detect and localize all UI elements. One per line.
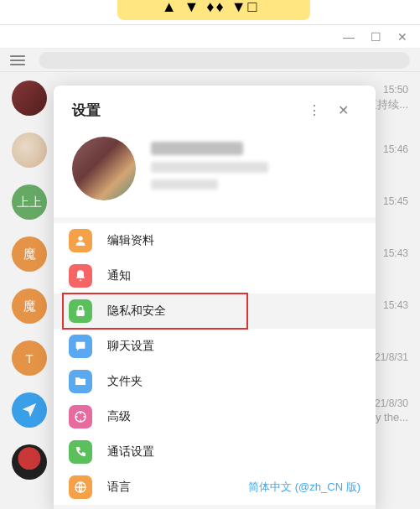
minimize-button[interactable]: — <box>343 30 355 44</box>
profile-avatar <box>72 137 136 200</box>
settings-menu-list: 编辑资料 通知 隐私和安全 聊天设置 文件夹 高级 通话设置 语言 简体中文 (… <box>54 223 376 509</box>
settings-panel: 设置 ⋮ ✕ 编辑资料 通知 隐私和安全 聊天设置 文 <box>54 86 376 509</box>
menu-label: 隐私和安全 <box>107 304 360 319</box>
menu-value: 简体中文 (@zh_CN 版) <box>248 480 360 495</box>
menu-item-phone[interactable]: 通话设置 <box>54 434 376 470</box>
close-icon[interactable]: ✕ <box>329 102 357 118</box>
chat-icon <box>69 335 92 358</box>
profile-name-blurred <box>151 142 243 155</box>
window-controls: — ☐ ✕ <box>0 25 420 49</box>
folder-icon <box>69 370 92 393</box>
menu-item-folder[interactable]: 文件夹 <box>54 364 376 399</box>
divider <box>54 217 376 223</box>
menu-item-person[interactable]: 编辑资料 <box>54 223 376 258</box>
panel-title: 设置 <box>72 101 300 120</box>
browser-tab-bar: ▲ ▼ ♦♦ ▼□ <box>0 0 420 25</box>
close-window-button[interactable]: ✕ <box>397 30 408 44</box>
maximize-button[interactable]: ☐ <box>370 30 381 44</box>
profile-block[interactable] <box>54 130 376 217</box>
tab-title: ▲ ▼ ♦♦ ▼□ <box>162 0 259 16</box>
profile-username-blurred <box>151 179 218 190</box>
menu-label: 文件夹 <box>107 374 360 389</box>
sliders-icon <box>69 405 92 428</box>
main-area: 15:50 直持续... 15:46 上上 15:45 魔 15:43 魔 15… <box>0 49 420 509</box>
menu-label: 语言 <box>107 480 248 495</box>
menu-item-lock[interactable]: 隐私和安全 <box>54 293 376 329</box>
menu-item-globe[interactable]: 语言 简体中文 (@zh_CN 版) <box>54 470 376 505</box>
menu-item-bell[interactable]: 通知 <box>54 258 376 293</box>
menu-label: 聊天设置 <box>107 339 360 354</box>
divider <box>54 505 376 509</box>
svg-rect-1 <box>76 310 84 316</box>
profile-phone-blurred <box>151 162 268 173</box>
bell-icon <box>69 264 92 288</box>
more-icon[interactable]: ⋮ <box>300 102 329 118</box>
menu-label: 编辑资料 <box>107 233 360 248</box>
menu-label: 高级 <box>107 409 360 424</box>
menu-label: 通知 <box>107 268 360 283</box>
menu-item-chat[interactable]: 聊天设置 <box>54 329 376 364</box>
menu-item-sliders[interactable]: 高级 <box>54 399 376 434</box>
svg-point-0 <box>78 236 82 241</box>
menu-label: 通话设置 <box>107 444 360 460</box>
globe-icon <box>69 475 92 499</box>
person-icon <box>69 229 92 252</box>
panel-header: 设置 ⋮ ✕ <box>54 86 376 130</box>
profile-info <box>151 142 357 196</box>
phone-icon <box>69 440 92 464</box>
lock-icon <box>69 299 92 323</box>
